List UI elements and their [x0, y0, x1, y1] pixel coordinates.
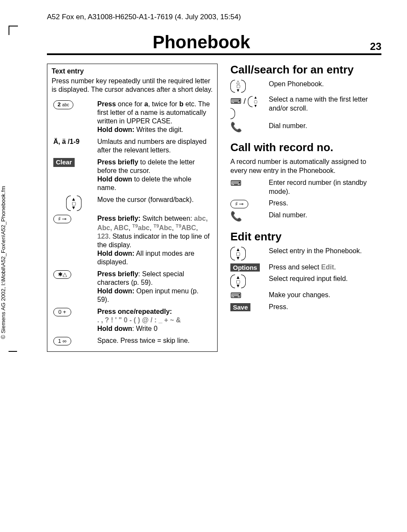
- keypad-icon: ⌨: [230, 97, 241, 105]
- softkey-clear: Clear: [53, 158, 75, 167]
- row-one: 1 ∞ Space. Press twice = skip line.: [52, 335, 213, 347]
- h2-record-no: Call with record no.: [230, 141, 381, 154]
- keypad-icon: ⌨: [230, 179, 241, 187]
- step-text: Select a name with the first letter and/…: [269, 95, 381, 113]
- step-text: Make your changes.: [269, 291, 381, 300]
- page-number: 23: [356, 41, 381, 53]
- text-entry-box: Text entry Press number key repeatedly u…: [47, 64, 218, 352]
- row-hash: ♯ ⊸ Press briefly: Switch between: abc, …: [52, 213, 213, 268]
- box-intro: Press number key repeatedly until the re…: [52, 77, 213, 94]
- step-text: Select entry in the Phonebook.: [269, 247, 381, 256]
- chapter-title: Phonebook: [47, 32, 356, 53]
- step-text: Press.: [269, 199, 381, 208]
- key-2abc: 2 abc: [53, 100, 73, 109]
- call-icon: 📞: [230, 211, 242, 222]
- step-text: Select required input field.: [269, 275, 381, 284]
- header-meta: A52 Fox en, A31008-H6250-A1-1-7619 (4. J…: [47, 13, 381, 21]
- row-zero: 0 + Press once/repeatedly: . , ? ! ' " 0…: [52, 306, 213, 335]
- row-umlaut: Ä, ä /1-9 Umlauts and numbers are displa…: [52, 136, 213, 156]
- copyright-vertical: © Siemens AG 2002, I:\Mobil\A52_Fox\en\A…: [0, 186, 6, 339]
- key-star: ✱△: [53, 270, 71, 279]
- call-icon: 📞: [230, 122, 242, 132]
- keypad-icon: ⌨: [230, 291, 241, 300]
- key-0: 0 +: [53, 308, 71, 316]
- nav-key-icon: ▲▢▼: [235, 247, 241, 260]
- h2-call-search: Call/search for an entry: [230, 64, 381, 76]
- key-hash: ♯ ⊸: [230, 200, 248, 208]
- step-text: Enter record number (in standby mode).: [269, 178, 381, 196]
- softkey-options: Options: [230, 263, 260, 272]
- key-1: 1 ∞: [53, 337, 71, 345]
- h2-edit-entry: Edit entry: [230, 231, 381, 243]
- step-text: Press.: [269, 303, 381, 312]
- nav-key-icon: △▢▼: [235, 80, 241, 93]
- step-text: Press and select Edit.: [269, 263, 381, 272]
- step-text: Dial number.: [269, 122, 381, 131]
- nav-key-icon: ▲▢▼: [235, 275, 241, 288]
- row-navkey: ▲▢▼ Move the cursor (forward/back).: [52, 194, 213, 213]
- row-star: ✱△ Press briefly: Select special charact…: [52, 268, 213, 306]
- nav-key-icon: ▲▢▼: [71, 197, 77, 210]
- row-clear: Clear Press briefly to delete the letter…: [52, 156, 213, 194]
- step-text: Open Phonebook.: [269, 80, 381, 89]
- softkey-save: Save: [230, 303, 250, 311]
- key-hash: ♯ ⊸: [53, 215, 71, 223]
- step-text: Dial number.: [269, 211, 381, 220]
- nav-key-icon: ▲▢▼: [253, 95, 259, 108]
- row-key-2: 2 abc Press once for a, twice for b etc.…: [52, 98, 213, 136]
- section-intro: A record number is automatically assigne…: [230, 158, 381, 175]
- box-heading: Text entry: [52, 67, 213, 75]
